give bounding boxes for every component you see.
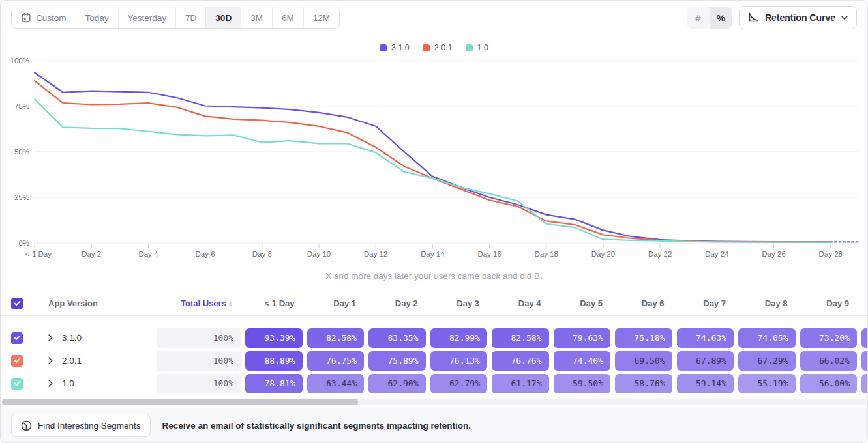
x-axis-label: Day 28 (819, 250, 843, 258)
column-header-day: Day 1 (303, 298, 365, 308)
select-all-checkbox[interactable] (11, 298, 23, 309)
retention-cell: 76.75% (307, 351, 365, 371)
date-range-label: Custom (36, 13, 67, 23)
date-range-30d[interactable]: 30D (206, 7, 241, 28)
column-header-app-version: App Version (48, 298, 98, 308)
row-checkbox[interactable] (11, 355, 23, 367)
table-row-3.1.0: 3.1.0100%93.39%82.58%83.35%82.99%82.58%7… (11, 326, 867, 349)
column-header-day: Day 4 (487, 298, 549, 308)
date-range-today[interactable]: Today (76, 7, 119, 28)
chart-type-dropdown[interactable]: Retention Curve (739, 6, 857, 29)
legend-item-2.0.1[interactable]: 2.0.1 (423, 43, 453, 52)
x-axis-label: Day 20 (591, 250, 615, 258)
legend-item-1.0[interactable]: 1.0 (466, 43, 488, 52)
column-header-day: Day 3 (426, 298, 488, 308)
retention-curve-icon (748, 12, 759, 23)
table-row-1.0: 1.0100%78.81%63.44%62.90%62.79%61.17%59.… (11, 372, 867, 395)
retention-cell: 79.63% (554, 328, 611, 348)
chart-caption: X and more days later your users came ba… (1, 271, 867, 281)
retention-cell: 76.13% (430, 351, 488, 371)
toolbar: CustomTodayYesterday7D30D3M6M12M # % Ret… (1, 1, 867, 35)
retention-cell: 82.99% (430, 328, 488, 348)
retention-cell: 82.58% (492, 328, 549, 348)
y-axis-label: 25% (14, 193, 29, 201)
total-users-cell: 100% (157, 328, 241, 348)
date-range-12m[interactable]: 12M (304, 7, 339, 28)
retention-cell: 73.20% (800, 328, 858, 348)
retention-cell: 62.90% (368, 374, 426, 393)
x-axis-label: Day 4 (138, 250, 158, 258)
date-range-label: 3M (250, 13, 263, 23)
date-range-label: 6M (282, 13, 294, 23)
row-checkbox[interactable] (11, 378, 23, 390)
expand-row-chevron[interactable] (48, 334, 53, 341)
date-range-3m[interactable]: 3M (241, 7, 273, 28)
legend-swatch (423, 44, 430, 51)
y-axis-label: 100% (10, 57, 29, 64)
chevron-right-icon (48, 334, 53, 341)
retention-cell: 69.50% (615, 351, 672, 371)
table-body: 3.1.0100%93.39%82.58%83.35%82.99%82.58%7… (1, 316, 867, 395)
retention-table: App VersionTotal Users ↓< 1 DayDay 1Day … (1, 291, 867, 395)
date-range-label: Today (85, 13, 109, 23)
retention-cell: 61.17% (492, 374, 549, 393)
legend-label: 1.0 (477, 43, 488, 52)
chevron-down-icon (841, 16, 848, 20)
retention-cell: 63.44% (307, 374, 365, 393)
retention-cell: 66.02% (800, 351, 858, 371)
retention-cell: 74.40% (554, 351, 611, 371)
retention-cell: 59.50% (554, 374, 611, 393)
retention-line-2.0.1 (35, 81, 831, 242)
x-axis-label: Day 10 (307, 250, 331, 258)
retention-report: CustomTodayYesterday7D30D3M6M12M # % Ret… (0, 0, 868, 443)
retention-cell: 59.14% (677, 374, 734, 393)
chevron-right-icon (48, 380, 53, 387)
check-icon (14, 335, 21, 341)
x-axis-label: Day 8 (252, 250, 272, 258)
date-range-label: Yesterday (128, 13, 167, 23)
date-range-yesterday[interactable]: Yesterday (119, 7, 177, 28)
chart-legend: 3.1.02.0.11.0 (1, 42, 867, 53)
app-version-label: 2.0.1 (62, 356, 82, 365)
footer-note: Receive an email of statistically signif… (162, 421, 471, 431)
date-range-7d[interactable]: 7D (176, 7, 206, 28)
expand-row-chevron[interactable] (48, 357, 53, 364)
x-axis-label: Day 26 (762, 250, 785, 258)
row-checkbox[interactable] (11, 332, 23, 344)
percent-icon: % (717, 12, 725, 23)
retention-cell: 93.39% (245, 328, 303, 348)
column-header-day: Day 2 (364, 298, 426, 308)
x-axis-label: < 1 Day (25, 250, 52, 258)
value-format-toggle: # % (687, 7, 732, 29)
app-version-label: 3.1.0 (62, 333, 82, 343)
retention-cell: 62.79% (430, 374, 488, 393)
column-header-total-users[interactable]: Total Users ↓ (143, 298, 241, 308)
retention-cell: 74.63% (677, 328, 734, 348)
hash-icon: # (695, 12, 700, 23)
find-interesting-segments-button[interactable]: Find Interesting Segments (11, 414, 151, 437)
retention-cell: 75.18% (615, 328, 672, 348)
horizontal-scrollbar-thumb[interactable] (2, 399, 358, 405)
horizontal-scrollbar-track[interactable] (2, 399, 866, 405)
date-range-picker: CustomTodayYesterday7D30D3M6M12M (11, 7, 340, 29)
retention-cell: 55.19% (738, 374, 796, 393)
date-range-6m[interactable]: 6M (273, 7, 304, 28)
retention-cell: 67.89% (677, 351, 734, 371)
y-axis-label: 75% (14, 102, 29, 110)
column-header-day: Day 6 (610, 298, 672, 308)
retention-cell: 83.35% (368, 328, 426, 348)
expand-row-chevron[interactable] (48, 380, 53, 387)
date-range-label: 7D (185, 13, 196, 23)
x-axis-label: Day 16 (477, 250, 501, 258)
y-axis-label: 50% (14, 148, 29, 156)
app-version-label: 1.0 (62, 379, 74, 388)
table-row-2.0.1: 2.0.1100%88.89%76.75%75.89%76.13%76.76%7… (11, 349, 867, 372)
chevron-right-icon (48, 357, 53, 364)
legend-item-3.1.0[interactable]: 3.1.0 (380, 43, 410, 52)
date-range-custom[interactable]: Custom (12, 7, 76, 28)
column-header-day: < 1 Day (241, 298, 303, 308)
legend-label: 3.1.0 (391, 43, 410, 52)
percent-value-toggle[interactable]: % (710, 7, 732, 29)
retention-cell: 74.05% (738, 328, 796, 348)
absolute-value-toggle[interactable]: # (687, 7, 710, 29)
